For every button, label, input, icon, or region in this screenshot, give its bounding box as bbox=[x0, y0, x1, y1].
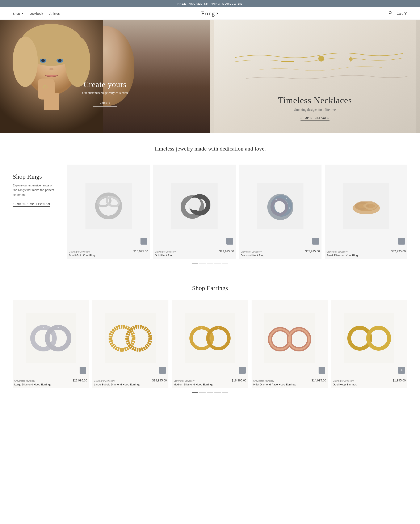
chevron-down-icon bbox=[21, 13, 23, 14]
nav-shop-label: Shop bbox=[13, 12, 20, 15]
svg-point-7 bbox=[65, 36, 90, 87]
svg-point-32 bbox=[276, 199, 277, 200]
hero-left: Create yours Our customizable jewelry co… bbox=[0, 20, 210, 133]
hero-right-subtitle: Stunning designs for a lifetime bbox=[223, 108, 407, 112]
earring-2-name: Large Bubble Diamond Hoop Earrings bbox=[94, 383, 167, 386]
earring-3-more-button[interactable]: ··· bbox=[239, 367, 246, 374]
ring-4-more-button[interactable]: ··· bbox=[398, 238, 405, 245]
svg-point-52 bbox=[228, 338, 229, 339]
hero-left-overlay: Create yours Our customizable jewelry co… bbox=[82, 80, 128, 107]
dot-2[interactable] bbox=[199, 263, 206, 263]
shop-rings-description: Explore our extensive range of fine Ring… bbox=[13, 183, 55, 197]
earring-5-info: Cravingfor Jewellery $1,995.00 Gold Hoop… bbox=[331, 376, 407, 388]
nav-shop[interactable]: Shop bbox=[13, 12, 23, 15]
nav-lookbook[interactable]: Lookbook bbox=[29, 12, 43, 15]
search-icon[interactable] bbox=[389, 11, 393, 16]
svg-point-37 bbox=[355, 201, 378, 211]
hero-section: Create yours Our customizable jewelry co… bbox=[0, 20, 420, 133]
ring-3-name: Diamond Knot Ring bbox=[241, 254, 320, 257]
ring-card-2: ··· Cravingfor Jewellery $29,995.00 Gold… bbox=[153, 165, 236, 259]
ring-2-more-button[interactable]: ··· bbox=[226, 238, 233, 245]
earring-dot-2[interactable] bbox=[199, 392, 206, 393]
hero-right-title: Timeless Necklaces bbox=[223, 95, 407, 105]
svg-rect-43 bbox=[105, 313, 156, 363]
shop-rings-inner: Shop Rings Explore our extensive range o… bbox=[13, 165, 407, 259]
earring-4-name: 0,5ct Diamond Pavé Hoop Earrings bbox=[253, 383, 326, 386]
earring-3-image: ··· bbox=[172, 300, 248, 376]
dot-3[interactable] bbox=[207, 263, 213, 263]
svg-rect-18 bbox=[281, 61, 294, 62]
earring-4-more-button[interactable]: ··· bbox=[319, 367, 325, 374]
svg-point-0 bbox=[389, 12, 391, 14]
shop-rings-section: Shop Rings Explore our extensive range o… bbox=[0, 160, 420, 276]
site-logo[interactable]: Forge bbox=[201, 10, 219, 17]
explore-button[interactable]: Explore bbox=[93, 99, 117, 107]
earring-dot-5[interactable] bbox=[222, 392, 228, 393]
rings-carousel-dots bbox=[13, 263, 407, 263]
earring-5-name: Gold Hoop Earrings bbox=[333, 383, 406, 386]
rings-products-grid: ··· Cravingfor Jewellery $15,995.00 Smal… bbox=[67, 165, 407, 259]
earring-4-info: Cravingfor Jewellery $14,995.00 0,5ct Di… bbox=[252, 376, 328, 388]
earring-dot-3[interactable] bbox=[207, 392, 213, 393]
earring-2-brand: Cravingfor Jewellery bbox=[94, 380, 115, 382]
earring-4-brand: Cravingfor Jewellery bbox=[253, 380, 274, 382]
earring-3-name: Medium Diamond Hoop Earrings bbox=[174, 383, 246, 386]
dot-1[interactable] bbox=[192, 263, 198, 263]
ring-3-brand: Cravingfor Jewellery bbox=[241, 250, 262, 253]
earring-5-add-button[interactable]: + bbox=[398, 367, 405, 374]
shop-rings-left: Shop Rings Explore our extensive range o… bbox=[13, 165, 59, 207]
earring-2-image: ··· bbox=[92, 300, 168, 376]
svg-point-27 bbox=[188, 198, 201, 210]
nav-right: Cart (3) bbox=[389, 11, 407, 16]
cart-link[interactable]: Cart (3) bbox=[397, 12, 407, 15]
earring-card-2: ··· Cravingfor Jewellery $18,995.00 Larg… bbox=[92, 300, 168, 388]
shop-rings-cta[interactable]: SHOP THE COLLECTION bbox=[13, 203, 50, 207]
svg-point-42 bbox=[58, 327, 59, 328]
svg-point-50 bbox=[218, 327, 219, 328]
ring-4-price: $32,995.00 bbox=[391, 250, 406, 253]
svg-point-41 bbox=[43, 327, 44, 328]
hero-right-content: Timeless Necklaces Stunning designs for … bbox=[223, 95, 407, 121]
earring-5-brand: Cravingfor Jewellery bbox=[333, 380, 354, 382]
ring-card-1-image: ··· bbox=[67, 165, 150, 247]
earring-2-more-button[interactable]: ··· bbox=[159, 367, 166, 374]
earring-3-brand: Cravingfor Jewellery bbox=[174, 380, 194, 382]
dot-4[interactable] bbox=[214, 263, 221, 263]
svg-point-6 bbox=[13, 36, 38, 87]
ring-2-price: $29,995.00 bbox=[219, 250, 234, 253]
earring-card-3: ··· Cravingfor Jewellery $18,995.00 Medi… bbox=[172, 300, 248, 388]
ring-card-4: ··· Cravingfor Jewellery $32,995.00 Smal… bbox=[325, 165, 407, 259]
ring-1-more-button[interactable]: ··· bbox=[140, 238, 147, 245]
ring-card-3-info: Cravingfor Jewellery $65,995.00 Diamond … bbox=[239, 247, 322, 259]
earrings-grid: ··· Cravingfor Jewellery $28,995.00 Larg… bbox=[13, 300, 407, 388]
ring-card-1-info: Cravingfor Jewellery $15,995.00 Small Go… bbox=[67, 247, 150, 259]
svg-point-34 bbox=[289, 207, 290, 209]
ring-4-name: Small Diamond Knot Ring bbox=[327, 254, 406, 257]
earring-1-more-button[interactable]: ··· bbox=[79, 367, 86, 374]
earring-2-price: $18,995.00 bbox=[152, 379, 167, 382]
dot-5[interactable] bbox=[222, 263, 228, 263]
svg-point-12 bbox=[49, 68, 53, 70]
shop-earrings-heading: Shop Earrings bbox=[13, 284, 407, 292]
svg-rect-20 bbox=[86, 183, 132, 229]
svg-point-51 bbox=[191, 338, 192, 339]
shop-necklaces-button[interactable]: SHOP NECKLACES bbox=[300, 116, 330, 121]
svg-point-11 bbox=[58, 59, 61, 62]
svg-point-49 bbox=[201, 327, 202, 328]
earring-1-price: $28,995.00 bbox=[72, 379, 87, 382]
earring-dot-1[interactable] bbox=[192, 392, 198, 393]
tagline: Timeless jewelry made with dedication an… bbox=[0, 133, 420, 160]
ring-card-3: ··· Cravingfor Jewellery $65,995.00 Diam… bbox=[239, 165, 322, 259]
navigation: Shop Lookbook Articles Forge Cart (3) bbox=[0, 7, 420, 20]
ring-card-4-image: ··· bbox=[325, 165, 407, 247]
nav-left: Shop Lookbook Articles bbox=[13, 12, 60, 15]
svg-point-33 bbox=[286, 198, 287, 199]
earring-card-4: ··· Cravingfor Jewellery $14,995.00 0,5c… bbox=[252, 300, 328, 388]
ring-card-1: ··· Cravingfor Jewellery $15,995.00 Smal… bbox=[67, 165, 150, 259]
ring-2-name: Gold Knot Ring bbox=[155, 254, 234, 257]
ring-3-more-button[interactable]: ··· bbox=[312, 238, 319, 245]
earring-3-price: $18,995.00 bbox=[232, 379, 246, 382]
earring-dot-4[interactable] bbox=[214, 392, 221, 393]
shop-earrings-section: Shop Earrings ··· Cravingfor Jewellery $… bbox=[0, 276, 420, 405]
nav-articles[interactable]: Articles bbox=[49, 12, 60, 15]
